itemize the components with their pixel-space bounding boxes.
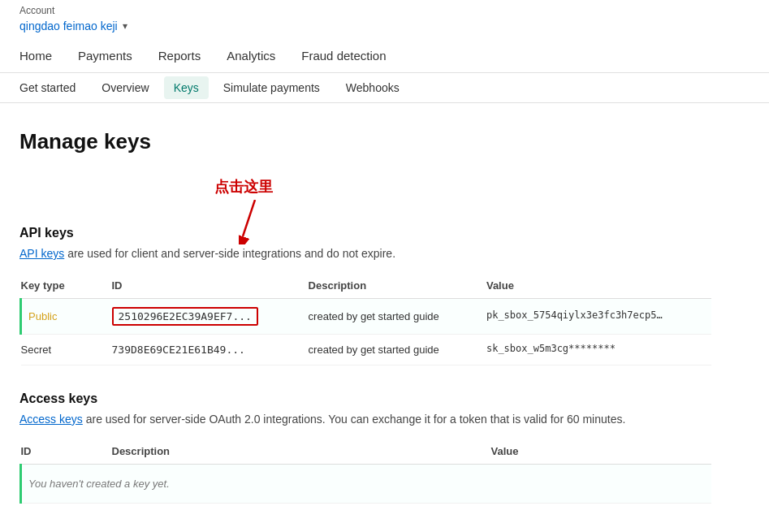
api-keys-link[interactable]: API keys [19,247,64,260]
api-keys-section: API keys API keys are used for client an… [19,226,711,365]
no-keys-text: You haven't created a key yet. [21,465,712,504]
col-description: Description [299,273,477,299]
main-content: Manage keys 点击这里 API keys API keys are u… [0,103,731,532]
col-key-type: Key type [21,273,102,299]
nav-home[interactable]: Home [19,39,65,72]
annotation-area: 点击这里 [166,177,711,242]
nav-payments[interactable]: Payments [65,39,145,72]
tab-keys[interactable]: Keys [164,76,209,99]
nav-reports[interactable]: Reports [145,39,214,72]
table-row: Public 2510296E2EC39A9EF7... created by … [21,299,712,335]
api-keys-desc: API keys are used for client and server-… [19,247,711,260]
no-keys-row: You haven't created a key yet. [21,465,712,504]
table-header-row: Key type ID Description Value [21,273,712,299]
access-table-header: ID Description Value [21,439,712,465]
key-id-secret: 739D8E69CE21E61B49... [102,335,299,365]
tab-simulate-payments[interactable]: Simulate payments [210,73,333,102]
tab-overview[interactable]: Overview [89,73,162,102]
key-value-secret: sk_sbox_w5m3cg******** [477,335,711,365]
key-desc-public: created by get started guide [299,299,477,335]
nav-analytics[interactable]: Analytics [214,39,288,72]
key-type-secret: Secret [21,335,102,365]
access-keys-section: Access keys Access keys are used for ser… [19,391,711,504]
access-col-id: ID [21,439,102,465]
page-title: Manage keys [19,129,711,154]
svg-line-1 [243,200,255,236]
annotation-arrow [239,200,287,247]
tab-get-started[interactable]: Get started [19,73,89,102]
col-value: Value [477,273,711,299]
key-desc-secret: created by get started guide [299,335,477,365]
key-type-public: Public [21,299,102,335]
col-id: ID [102,273,299,299]
annotation-text: 点击这里 [214,177,273,197]
secondary-nav: Get started Overview Keys Simulate payme… [0,73,769,103]
access-keys-title: Access keys [19,391,711,406]
nav-fraud-detection[interactable]: Fraud detection [288,39,399,72]
account-name[interactable]: qingdao feimao keji [19,19,118,32]
key-id-public[interactable]: 2510296E2EC39A9EF7... [102,299,299,335]
primary-nav: Home Payments Reports Analytics Fraud de… [0,39,769,73]
access-keys-desc: Access keys are used for server-side OAu… [19,413,711,426]
table-row: Secret 739D8E69CE21E61B49... created by … [21,335,712,365]
account-label: Account [0,0,769,18]
access-keys-link[interactable]: Access keys [19,413,83,426]
tab-webhooks[interactable]: Webhooks [333,73,413,102]
api-keys-table: Key type ID Description Value Public 251… [19,273,711,365]
access-col-desc: Description [102,439,482,465]
account-selector[interactable]: qingdao feimao keji ▾ [0,18,769,39]
access-col-value: Value [482,439,711,465]
chevron-down-icon: ▾ [123,20,127,32]
access-keys-table: ID Description Value You haven't created… [19,439,711,504]
key-value-public: pk_sbox_5754qiylx3e3fc3h7ecp5zwztq [477,299,711,335]
